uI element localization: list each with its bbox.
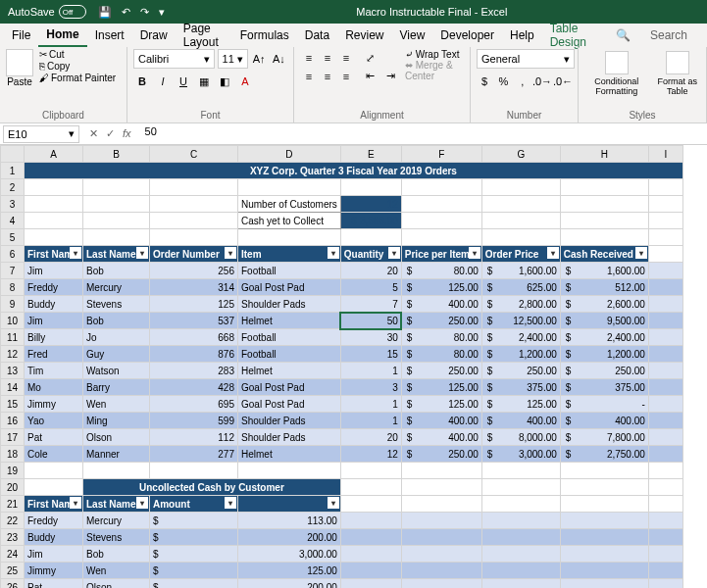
cell-am[interactable]: 200.00 — [238, 579, 341, 589]
row-header-17[interactable]: 17 — [1, 429, 25, 446]
cell[interactable] — [25, 179, 83, 196]
col-header-C[interactable]: C — [150, 146, 238, 163]
cell-cur[interactable]: $ — [150, 529, 238, 546]
cell[interactable] — [340, 463, 401, 479]
row-header-3[interactable]: 3 — [1, 196, 25, 213]
cell-fn[interactable]: Fred — [25, 346, 83, 363]
dec-decimal-button[interactable]: .0← — [554, 73, 572, 90]
cell[interactable] — [340, 579, 401, 589]
cell-pp[interactable]: 400.00 — [401, 429, 481, 446]
cell-cr[interactable]: 2,400.00 — [560, 329, 648, 346]
row-header-21[interactable]: 21 — [1, 496, 25, 513]
cell-item[interactable]: Shoulder Pads — [238, 413, 341, 429]
table-header[interactable]: First Name▾ — [25, 246, 83, 263]
filter-icon[interactable]: ▾ — [225, 247, 236, 259]
cell[interactable] — [25, 213, 83, 229]
cell[interactable] — [481, 579, 560, 589]
cell-fn[interactable]: Pat — [25, 579, 83, 589]
tab-file[interactable]: File — [4, 24, 38, 46]
row-header-9[interactable]: 9 — [1, 296, 25, 313]
tab-developer[interactable]: Developer — [432, 24, 502, 46]
cell-qty[interactable]: 20 — [340, 429, 401, 446]
row-header-19[interactable]: 19 — [1, 463, 25, 479]
cell-on[interactable]: 537 — [150, 313, 238, 329]
row-header-2[interactable]: 2 — [1, 179, 25, 196]
tab-review[interactable]: Review — [337, 24, 391, 46]
filter-icon[interactable]: ▾ — [635, 247, 647, 259]
col-header-I[interactable]: I — [648, 146, 682, 163]
cell-cr[interactable]: 2,600.00 — [560, 296, 648, 313]
cell-on[interactable]: 695 — [150, 396, 238, 413]
cell-qty[interactable]: 15 — [340, 346, 401, 363]
font-size-combo[interactable]: 11▾ — [218, 49, 248, 69]
cell[interactable] — [150, 213, 238, 229]
cell-op[interactable]: 250.00 — [481, 363, 560, 379]
cell[interactable] — [648, 213, 682, 229]
cell[interactable] — [340, 479, 401, 496]
cell-qty[interactable]: 50 — [340, 313, 401, 329]
cell[interactable] — [83, 463, 150, 479]
cell[interactable] — [481, 563, 560, 579]
cell-pp[interactable]: 250.00 — [401, 446, 481, 463]
autosave-toggle[interactable]: Off — [59, 5, 86, 19]
filter-icon[interactable]: ▾ — [328, 247, 339, 259]
cell[interactable] — [401, 529, 481, 546]
cell[interactable] — [648, 279, 682, 296]
cell-item[interactable]: Goal Post Pad — [238, 396, 341, 413]
summary-value[interactable]: $ 3,888.00 — [340, 213, 401, 229]
cell[interactable] — [401, 496, 481, 513]
cell-am[interactable]: 200.00 — [238, 529, 341, 546]
cell[interactable] — [401, 479, 481, 496]
cell-pp[interactable]: 250.00 — [401, 363, 481, 379]
cell-cr[interactable]: 2,750.00 — [560, 446, 648, 463]
filter-icon[interactable]: ▾ — [70, 497, 81, 509]
tab-help[interactable]: Help — [502, 24, 542, 46]
cancel-icon[interactable]: ✕ — [89, 127, 98, 140]
cell-cr[interactable]: 250.00 — [560, 363, 648, 379]
col-header-H[interactable]: H — [560, 146, 648, 163]
cell-ln[interactable]: Olson — [83, 579, 150, 589]
cell-ln[interactable]: Guy — [83, 346, 150, 363]
cell-fn[interactable]: Jimmy — [25, 396, 83, 413]
cond-format-button[interactable]: Conditional Formatting — [584, 49, 648, 96]
row-header-10[interactable]: 10 — [1, 313, 25, 329]
cell[interactable] — [25, 479, 83, 496]
cell-fn[interactable]: Mo — [25, 379, 83, 396]
row-header-25[interactable]: 25 — [1, 563, 25, 579]
cell[interactable] — [340, 179, 401, 196]
cell[interactable] — [481, 546, 560, 563]
cell[interactable] — [560, 513, 648, 529]
tab-data[interactable]: Data — [297, 24, 337, 46]
fill-color-button[interactable]: ◧ — [216, 73, 233, 90]
copy-button[interactable]: ⎘ Copy — [39, 61, 116, 72]
cell-fn[interactable]: Pat — [25, 429, 83, 446]
col-header-A[interactable]: A — [25, 146, 83, 163]
cell[interactable] — [648, 296, 682, 313]
cell[interactable] — [481, 196, 560, 213]
cell-op[interactable]: 375.00 — [481, 379, 560, 396]
cell-item[interactable]: Helmet — [238, 313, 341, 329]
tab-formulas[interactable]: Formulas — [232, 24, 297, 46]
filter-icon[interactable]: ▾ — [225, 497, 236, 509]
cell-on[interactable]: 314 — [150, 279, 238, 296]
filter-icon[interactable]: ▾ — [136, 497, 148, 509]
sub-header[interactable]: First Name▾ — [25, 496, 83, 513]
cell-ln[interactable]: Bob — [83, 263, 150, 279]
cell-cur[interactable]: $ — [150, 513, 238, 529]
cell[interactable] — [560, 563, 648, 579]
cell-pp[interactable]: 125.00 — [401, 396, 481, 413]
table-header[interactable]: Cash Received▾ — [560, 246, 648, 263]
cell-ln[interactable]: Mercury — [83, 279, 150, 296]
indent-dec-button[interactable]: ⇤ — [361, 67, 379, 84]
format-table-button[interactable]: Format as Table — [654, 49, 700, 96]
cell-pp[interactable]: 80.00 — [401, 346, 481, 363]
filter-icon[interactable]: ▾ — [70, 247, 81, 259]
accounting-button[interactable]: $ — [477, 73, 492, 90]
cell-ln[interactable]: Stevens — [83, 296, 150, 313]
row-header-1[interactable]: 1 — [1, 163, 25, 179]
cell[interactable] — [648, 363, 682, 379]
search[interactable]: 🔍Search — [600, 21, 703, 50]
cell[interactable] — [560, 179, 648, 196]
cell-cur[interactable]: $ — [150, 579, 238, 589]
select-all[interactable] — [1, 146, 25, 163]
